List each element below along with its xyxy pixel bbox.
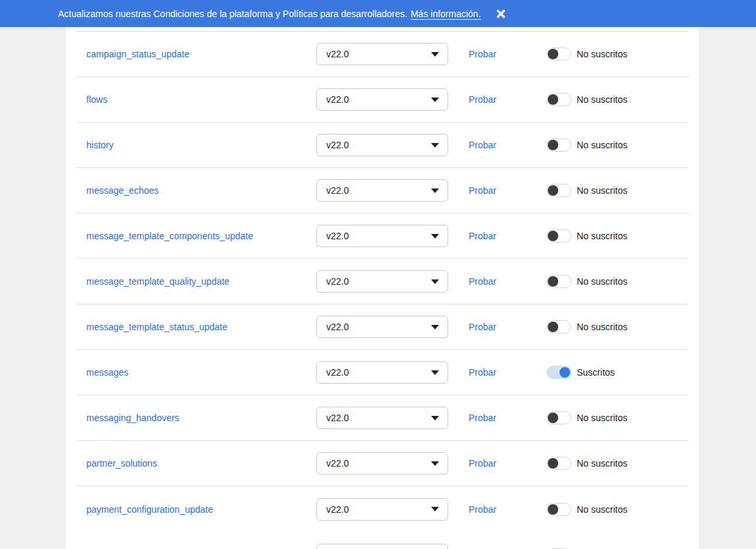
subscription-status-label: Suscritos (577, 367, 615, 378)
caret-down-icon (431, 98, 439, 102)
version-select-value: v22.0 (326, 231, 349, 241)
table-row: flows v22.0 Probar No suscritos (76, 77, 688, 123)
version-select-value: v22.0 (326, 185, 349, 196)
version-select[interactable]: v22.0 (316, 225, 448, 247)
version-select[interactable]: v22.0 (316, 316, 448, 338)
toggle-knob (548, 504, 558, 515)
table-row: partner_solutions v22.0 Probar No suscri… (76, 441, 688, 486)
webhook-field-link[interactable]: payment_configuration_update (86, 504, 213, 515)
version-select-value: v22.0 (326, 367, 349, 378)
version-select[interactable]: v22.0 (316, 361, 448, 384)
subscription-status-label: No suscritos (577, 413, 627, 423)
test-link[interactable]: Probar (469, 367, 496, 378)
close-banner-button[interactable] (495, 8, 507, 20)
subscription-toggle[interactable] (546, 503, 571, 516)
webhook-field-link[interactable]: flows (86, 94, 107, 105)
table-row-partial-top (76, 27, 688, 32)
subscription-status-label: No suscritos (577, 185, 627, 196)
version-select[interactable]: v22.0 (316, 270, 448, 293)
test-link[interactable]: Probar (469, 458, 496, 469)
version-select[interactable]: v22.0 (316, 498, 448, 521)
test-link[interactable]: Probar (469, 185, 496, 196)
version-select[interactable]: v22.0 (316, 43, 448, 65)
toggle-knob (548, 458, 558, 469)
test-link[interactable]: Probar (469, 322, 496, 332)
more-info-link[interactable]: Más información. (411, 9, 481, 19)
caret-down-icon (431, 416, 439, 420)
webhook-field-link[interactable]: message_template_status_update (86, 322, 227, 332)
table-row: message_template_status_update v22.0 Pro… (76, 304, 688, 350)
webhook-field-link[interactable]: messages (86, 367, 129, 378)
caret-down-icon (431, 507, 439, 511)
subscription-toggle[interactable] (546, 47, 571, 61)
table-row: messages v22.0 Probar Suscritos (76, 350, 688, 395)
version-select-value: v22.0 (326, 49, 349, 59)
subscription-toggle[interactable] (546, 138, 571, 152)
subscription-toggle[interactable] (546, 411, 571, 424)
version-select[interactable]: v22.0 (316, 179, 448, 202)
webhook-field-link[interactable]: message_echoes (86, 185, 159, 196)
table-row-partial-bottom (76, 532, 688, 549)
test-link[interactable]: Probar (469, 140, 496, 150)
version-select[interactable]: v22.0 (316, 88, 448, 111)
toggle-knob (548, 94, 558, 105)
subscription-toggle[interactable] (546, 184, 571, 197)
subscription-status-label: No suscritos (577, 49, 627, 59)
toggle-knob (548, 140, 558, 150)
caret-down-icon (431, 143, 439, 148)
test-link[interactable]: Probar (469, 231, 496, 241)
webhook-field-link[interactable]: partner_solutions (86, 458, 157, 469)
caret-down-icon (431, 325, 439, 330)
test-link[interactable]: Probar (469, 94, 496, 105)
close-icon (496, 9, 506, 19)
caret-down-icon (431, 370, 439, 375)
caret-down-icon (431, 234, 439, 239)
webhook-field-link[interactable]: history (86, 140, 113, 150)
version-select[interactable]: v22.0 (316, 452, 448, 475)
version-select[interactable]: v22.0 (316, 134, 448, 156)
test-link[interactable]: Probar (469, 504, 496, 515)
webhook-field-link[interactable]: message_template_components_update (86, 231, 253, 241)
table-row: message_echoes v22.0 Probar No suscritos (76, 168, 688, 214)
version-select-value: v22.0 (326, 413, 349, 423)
table-row: messaging_handovers v22.0 Probar No susc… (76, 395, 688, 441)
caret-down-icon (431, 188, 439, 193)
version-select-value: v22.0 (326, 276, 349, 287)
subscription-status-label: No suscritos (577, 458, 627, 469)
subscription-status-label: No suscritos (577, 94, 627, 105)
subscription-toggle[interactable] (546, 366, 571, 379)
webhook-field-link[interactable]: campaign_status_update (86, 49, 189, 59)
table-row: message_template_components_update v22.0… (76, 214, 688, 259)
subscription-status-label: No suscritos (577, 276, 627, 287)
subscription-toggle[interactable] (546, 457, 571, 470)
toggle-knob (548, 185, 558, 196)
version-select-value: v22.0 (326, 458, 349, 469)
subscription-status-label: No suscritos (577, 322, 627, 332)
test-link[interactable]: Probar (469, 49, 496, 59)
version-select[interactable]: v22.0 (316, 407, 448, 429)
subscription-toggle[interactable] (546, 320, 571, 333)
table-row: campaign_status_update v22.0 Probar No s… (76, 32, 688, 77)
webhooks-rows: campaign_status_update v22.0 Probar No s… (76, 32, 688, 532)
caret-down-icon (431, 279, 439, 284)
toggle-knob (548, 231, 558, 241)
banner-message: Actualizamos nuestras Condiciones de la … (58, 9, 407, 19)
table-row: message_template_quality_update v22.0 Pr… (76, 259, 688, 304)
subscription-toggle[interactable] (546, 229, 571, 243)
version-select-value: v22.0 (326, 94, 349, 105)
webhook-field-link[interactable]: message_template_quality_update (86, 276, 229, 287)
subscription-toggle[interactable] (546, 275, 571, 288)
caret-down-icon (431, 52, 439, 57)
subscription-toggle[interactable] (546, 93, 571, 106)
test-link[interactable]: Probar (469, 276, 496, 287)
version-select[interactable] (316, 544, 448, 549)
test-link[interactable]: Probar (469, 413, 496, 423)
toggle-knob (560, 367, 570, 378)
subscription-status-label: No suscritos (577, 231, 627, 241)
subscription-status-label: No suscritos (577, 140, 627, 150)
version-select-value: v22.0 (326, 322, 349, 332)
notification-banner: Actualizamos nuestras Condiciones de la … (0, 0, 756, 27)
webhook-field-link[interactable]: messaging_handovers (86, 413, 179, 423)
toggle-knob (548, 322, 558, 332)
caret-down-icon (431, 461, 439, 466)
